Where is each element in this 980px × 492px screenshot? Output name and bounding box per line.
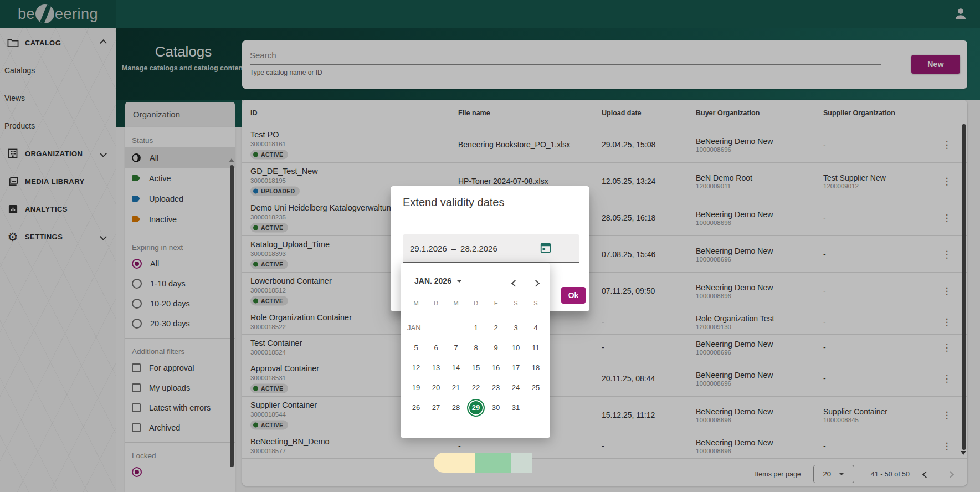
weekday-label: D bbox=[426, 300, 446, 306]
calendar-day[interactable]: 22 bbox=[466, 378, 486, 398]
calendar-day[interactable]: 24 bbox=[506, 378, 526, 398]
weekday-label: F bbox=[486, 300, 506, 306]
calendar-day[interactable]: 19 bbox=[406, 378, 426, 398]
calendar-day[interactable]: 23 bbox=[486, 378, 506, 398]
date-range-field[interactable]: 29.1.2026 – 28.2.2026 bbox=[403, 234, 579, 263]
ok-button[interactable]: Ok bbox=[561, 287, 586, 304]
calendar-icon[interactable] bbox=[540, 242, 552, 254]
calendar-day-selected[interactable]: 29 bbox=[467, 399, 485, 417]
calendar-day[interactable]: 3 bbox=[506, 318, 526, 338]
calendar-day[interactable]: 10 bbox=[506, 338, 526, 358]
calendar-day[interactable]: 17 bbox=[506, 358, 526, 378]
calendar-popup: JAN. 2026 MDMDFSS JAN 123456789101112131… bbox=[401, 263, 550, 438]
month-label: JAN. 2026 bbox=[414, 276, 451, 285]
weekday-label: D bbox=[466, 300, 486, 306]
calendar-day[interactable]: 26 bbox=[406, 398, 426, 418]
weekday-label: S bbox=[506, 300, 526, 306]
weekday-header: MDMDFSS bbox=[406, 300, 546, 310]
calendar-day[interactable]: 7 bbox=[446, 338, 466, 358]
calendar-day[interactable]: 9 bbox=[486, 338, 506, 358]
calendar-day[interactable]: 31 bbox=[506, 398, 526, 418]
calendar-day[interactable]: 28 bbox=[446, 398, 466, 418]
next-month-button[interactable] bbox=[533, 278, 540, 285]
month-row-label: JAN bbox=[407, 318, 421, 338]
weekday-label: S bbox=[526, 300, 546, 306]
month-selector[interactable]: JAN. 2026 bbox=[414, 276, 462, 285]
calendar-day[interactable]: 2 bbox=[486, 318, 506, 338]
calendar-day[interactable]: 11 bbox=[526, 338, 546, 358]
dialog-title: Extend validity dates bbox=[403, 196, 504, 209]
calendar-day[interactable]: 14 bbox=[446, 358, 466, 378]
date-range-separator: – bbox=[451, 244, 456, 253]
calendar-day[interactable]: 25 bbox=[526, 378, 546, 398]
dropdown-arrow-icon bbox=[456, 280, 462, 283]
calendar-day[interactable]: 4 bbox=[526, 318, 546, 338]
calendar-day[interactable]: 18 bbox=[526, 358, 546, 378]
app-root: be eering CATALOG Catalogs Views Product… bbox=[0, 0, 980, 492]
calendar-day[interactable]: 8 bbox=[466, 338, 486, 358]
calendar-day[interactable]: 21 bbox=[446, 378, 466, 398]
calendar-day[interactable]: 15 bbox=[466, 358, 486, 378]
calendar-day[interactable]: 27 bbox=[426, 398, 446, 418]
range-segment-amber bbox=[434, 453, 475, 473]
calendar-day[interactable]: 5 bbox=[406, 338, 426, 358]
range-segment-gray bbox=[511, 453, 532, 473]
weekday-label: M bbox=[446, 300, 466, 306]
calendar-grid: 1234567891011121314151617181920212223242… bbox=[406, 318, 546, 418]
calendar-day[interactable]: 12 bbox=[406, 358, 426, 378]
calendar-day[interactable]: 30 bbox=[486, 398, 506, 418]
weekday-label: M bbox=[406, 300, 426, 306]
date-range-start: 29.1.2026 bbox=[410, 244, 447, 253]
calendar-day[interactable]: 16 bbox=[486, 358, 506, 378]
calendar-day[interactable]: 13 bbox=[426, 358, 446, 378]
calendar-day[interactable]: 1 bbox=[466, 318, 486, 338]
date-range-end: 28.2.2026 bbox=[460, 244, 497, 253]
previous-month-button[interactable] bbox=[512, 278, 519, 285]
calendar-day[interactable]: 20 bbox=[426, 378, 446, 398]
range-segment-green bbox=[475, 453, 511, 473]
calendar-day[interactable]: 6 bbox=[426, 338, 446, 358]
